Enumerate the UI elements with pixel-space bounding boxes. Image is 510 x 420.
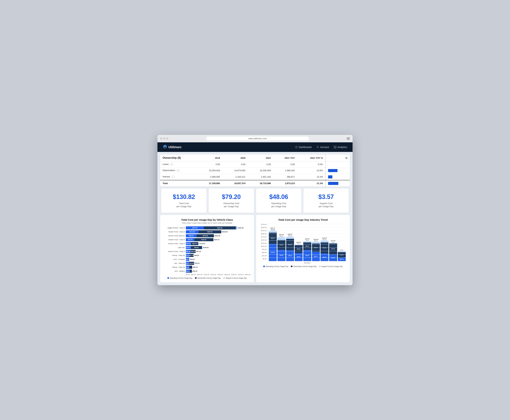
nav-logo[interactable]: Utilimarc <box>163 145 182 150</box>
hbar-label-6: Service Truck - Class 3 <box>164 250 186 252</box>
legend-dot-op <box>167 277 169 279</box>
row-yoy-depreciation: 1,586,342 <box>273 167 297 174</box>
vbar-bars-container: $267.71 $13.96 $82.15 $124.61 $187.06 $2… <box>268 224 346 261</box>
vbar-group-2: $166.21 $16.25 $83.36 $78.82 <box>286 233 294 261</box>
hbar-seg-own-11 <box>190 270 192 273</box>
hbar-seg-sup-0 <box>236 226 237 229</box>
vbar-seg-own-4: $54.67 <box>303 242 311 250</box>
vbar-seg-own-7: $79.20 <box>329 243 337 254</box>
legend-dot-sup <box>223 277 225 279</box>
hbar-container-10: $30.45 $55.76 <box>186 266 251 269</box>
vbar-group-0: $267.71 $13.96 $82.15 $124.61 <box>269 227 277 261</box>
vbar-seg-op-2: $78.82 <box>286 250 294 261</box>
nav-item-account[interactable]: Account <box>316 146 329 149</box>
row-bar-total <box>326 180 350 187</box>
vbar-legend-dot-sup <box>319 265 321 267</box>
row-2019-lease: 0.00 <box>197 161 222 167</box>
svg-rect-4 <box>334 148 335 149</box>
hbar-seg-own-2: $152.36 <box>197 234 214 237</box>
nav-item-dashboards[interactable]: Dashboards <box>295 146 312 149</box>
hbar-chart-subtitle: Only Class Codes that contain 10 or more… <box>164 222 251 224</box>
vbar-legend-label-op: Operating Cost by Usage Day <box>266 265 288 267</box>
browser-dot-red <box>160 138 162 140</box>
vbar-chart-wrapper: $275.00 $250.00 $225.00 $200.00 $175.00 … <box>259 224 346 264</box>
utilimarc-logo-icon <box>163 145 167 150</box>
table-row-total: Total 17,150,883 16,837,374 18,710,586 1… <box>160 180 350 187</box>
nav-item-analytics[interactable]: Analytics <box>334 146 347 149</box>
table-header-category: Ownership ($) <box>160 155 197 161</box>
browser-menu-button[interactable] <box>347 138 350 140</box>
info-icon-lease[interactable]: i <box>170 163 173 166</box>
table-header-yoy: 2021 YOY <box>273 155 297 161</box>
hbar-total-9: $75.22 <box>195 262 199 264</box>
legend-dot-own <box>195 277 197 279</box>
row-bar-lease <box>326 161 350 167</box>
metric-card-operating: $48.06 Operating Costper Usage Day <box>256 188 301 213</box>
vbar-chart-area: $267.71 $13.96 $82.15 $124.61 $187.06 $2… <box>268 224 346 264</box>
hbar-row-3: Bucket Truck - Class 5 $74.76 $166.67 $2… <box>164 238 251 241</box>
table-row-depreciation: Depreciation i 15,054,818 14,673,062 16,… <box>160 167 350 174</box>
info-icon-depreciation[interactable]: i <box>177 169 180 172</box>
hbar-seg-own-10 <box>189 266 192 269</box>
metric-card-ownership: $79.20 Ownership Costper Usage Day <box>209 188 254 213</box>
hbar-total-11: $52.33 <box>192 270 197 272</box>
main-content: Ownership ($) 2019 2020 2021 2021 YOY 20… <box>157 152 353 285</box>
browser-dot-yellow <box>163 138 165 140</box>
hbar-seg-sup-4 <box>198 242 199 245</box>
hbar-row-7: Pickup - Class 2b $29.91 $37.31 $68.52 <box>164 254 251 257</box>
vbar-legend: Operating Cost by Usage Day Ownership Co… <box>259 265 346 267</box>
row-2019-total: 17,150,883 <box>197 180 222 187</box>
hbar-seg-op-9: $27.80 <box>186 262 189 265</box>
hbar-seg-own-5: $96.96 <box>191 246 202 249</box>
vbar-seg-op-7: $48.06 <box>329 254 337 261</box>
hbar-label-0: Digger Derrick - Class 8 <box>164 227 186 229</box>
metric-cards-row: $130.82 Total Costper Usage Day $79.20 O… <box>160 188 350 213</box>
legend-item-op: Operating Cost by Usage Day <box>167 277 192 279</box>
row-2021-lease: 0.00 <box>248 161 273 167</box>
metric-label-operating: Operating Costper Usage Day <box>259 202 298 208</box>
browser-dots <box>160 138 168 140</box>
hbar-seg-own-3: $166.67 <box>194 238 213 241</box>
info-icon-interest[interactable]: i <box>172 176 174 178</box>
hbar-label-3: Bucket Truck - Class 5 <box>164 239 186 240</box>
metric-card-support: $3.57 Support Costper Usage Day <box>304 188 349 213</box>
hbar-seg-op-8: $29.74 <box>186 258 189 261</box>
table-header-pct: % <box>326 155 350 161</box>
browser-url-bar[interactable]: www.utilimarc.com <box>206 136 309 141</box>
vbar-seg-sup-6 <box>320 240 328 242</box>
vbar-seg-op-6: $56.31 <box>320 253 328 261</box>
legend-label-own: Ownership Cost by Usage Day <box>197 277 221 279</box>
vbar-seg-sup-1 <box>277 237 285 240</box>
vbar-legend-item-own: Ownership Cost by Usage Day <box>291 265 317 267</box>
hbar-container-1: $111.52 $200.55 $323.69 <box>186 230 251 233</box>
vbar-group-1: $187.06 $23.02 $71.14 $81.89 <box>277 234 285 261</box>
row-label-total: Total <box>160 180 197 187</box>
row-2019-interest: 2,096,065 <box>197 174 222 180</box>
metric-value-support: $3.57 <box>307 193 345 201</box>
vbar-legend-dot-own <box>291 265 292 267</box>
vbar-chart-title: Total Cost per Usage Day Industry Trend <box>259 218 346 221</box>
row-yoy-lease: 0.00 <box>273 161 297 167</box>
row-yoy-pct-total: 11.1% <box>297 180 325 187</box>
table-header-2021: 2021 <box>248 155 273 161</box>
hbar-container-2: $95.24 $152.36 $252.58 <box>186 234 251 237</box>
table-row-interest: Interest i 2,096,065 2,164,311 2,451,183… <box>160 174 350 180</box>
row-label-interest: Interest i <box>160 174 197 180</box>
hbar-container-5: $44.97 $96.96 $145.51 <box>186 246 251 249</box>
hbar-container-9: $27.80 $45.35 $75.22 <box>186 262 251 265</box>
hbar-row-0: Digger Derrick - Class 8 $157.40 $281.83… <box>164 226 251 229</box>
hbar-total-8: $58.64 <box>190 258 195 260</box>
row-yoy-total: 1,873,213 <box>273 180 297 187</box>
horizontal-bar-chart: Digger Derrick - Class 8 $157.40 $281.83… <box>164 226 251 273</box>
row-bar-depreciation <box>326 167 350 174</box>
hbar-label-1: Bucket Truck - Class 8 <box>164 231 186 233</box>
hbar-total-5: $145.51 <box>203 247 209 248</box>
hbar-total-7: $68.52 <box>194 255 199 256</box>
row-2021-total: 18,710,586 <box>248 180 273 187</box>
hbar-seg-own-9: $45.35 <box>189 262 194 265</box>
hbar-label-9: Van - Class 2b <box>164 262 186 264</box>
vbar-group-8: $9.63 $38.36 $26.73 <box>338 249 346 261</box>
hbar-label-8: SUV - Compact <box>164 258 186 260</box>
hbar-seg-op-7: $29.91 <box>186 254 189 257</box>
hbar-row-4: Service Truck - Class 5 $46.44 $60.72 $1… <box>164 242 251 245</box>
